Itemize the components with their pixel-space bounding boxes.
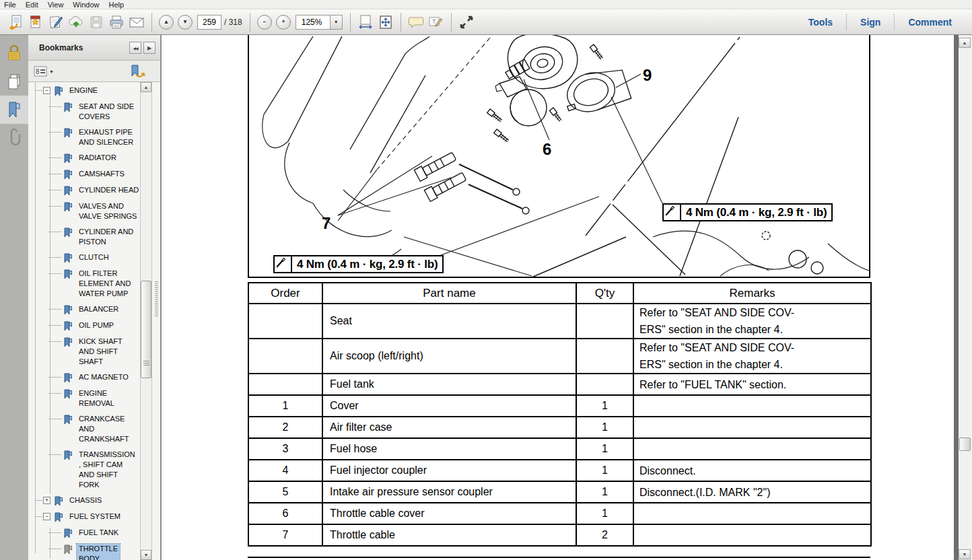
cell-part-name: Fuel hose	[322, 438, 576, 460]
create-pdf-button[interactable]	[26, 13, 45, 32]
bookmark-item-label[interactable]: KICK SHAFT AND SHIFT SHAFT	[77, 337, 125, 367]
toolbar-right-actions: ToolsSignComment	[795, 9, 965, 35]
open-file-button[interactable]	[6, 13, 25, 32]
bookmarks-panel-button[interactable]	[0, 96, 28, 124]
bookmark-item-label[interactable]: AC MAGNETO	[77, 372, 131, 382]
table-row: 6 Throttle cable cover 1	[248, 503, 871, 524]
page-thumbnails-button[interactable]	[0, 67, 28, 96]
page-number-input[interactable]	[197, 15, 221, 30]
save-button[interactable]	[87, 13, 106, 32]
cell-part-name: Air filter case	[322, 417, 576, 438]
sticky-note-button[interactable]	[407, 13, 425, 32]
fullscreen-button[interactable]	[457, 13, 476, 32]
print-button[interactable]	[107, 13, 126, 32]
bookmark-item-label[interactable]: CYLINDER AND PISTON	[77, 227, 135, 247]
bookmark-ribbon-icon	[54, 512, 63, 522]
bookmark-item-label[interactable]: OIL FILTER ELEMENT AND WATER PUMP	[77, 269, 133, 299]
next-row-border	[248, 557, 870, 558]
menu-item[interactable]: Window	[73, 1, 99, 9]
document-scrollbar[interactable]: ▲ ▼	[959, 35, 972, 560]
next-page-button[interactable]: ▼	[178, 15, 193, 30]
upload-cloud-button[interactable]	[67, 13, 85, 32]
table-row: 2 Air filter case 1	[248, 417, 871, 438]
prev-page-icon: ▲	[164, 19, 169, 25]
scrollbar-thumb[interactable]	[959, 438, 971, 451]
text-markup-button[interactable]: T	[427, 13, 446, 32]
bookmark-item-label[interactable]: OIL PUMP	[77, 320, 116, 330]
toolbar-action-button[interactable]: Tools	[795, 14, 846, 30]
toolbar-action-button[interactable]: Sign	[846, 14, 894, 30]
bookmark-item-label[interactable]: ENGINE REMOVAL	[77, 388, 116, 409]
bookmark-item-label[interactable]: TRANSMISSION , SHIFT CAM AND SHIFT FORK	[77, 450, 137, 490]
cell-qty: 1	[576, 481, 633, 503]
menu-item[interactable]: Help	[108, 1, 124, 9]
svg-text:T: T	[432, 18, 436, 25]
protection-lock-button[interactable]	[0, 39, 28, 67]
panel-expand-icon[interactable]: ▶	[143, 42, 155, 54]
go-to-current-bookmark-button[interactable]	[129, 64, 145, 81]
create-pdf-icon	[28, 14, 44, 30]
torque-wrench-icon	[275, 256, 292, 272]
bookmark-item-label[interactable]: CYLINDER HEAD	[77, 185, 141, 195]
cell-qty: 1	[576, 438, 633, 460]
bookmark-ribbon-icon	[63, 252, 73, 263]
menu-item[interactable]: File	[4, 1, 16, 9]
sign-document-button[interactable]	[46, 13, 65, 32]
cell-qty	[576, 374, 633, 395]
toolbar-action-button[interactable]: Comment	[894, 14, 965, 30]
bookmark-item-label[interactable]: CRANKCASE AND CRANKSHAFT	[77, 414, 131, 444]
scroll-down-icon[interactable]: ▼	[959, 549, 971, 559]
cell-qty	[576, 339, 633, 374]
attachments-button[interactable]	[0, 124, 28, 152]
bookmark-item-label[interactable]: BALANCER	[77, 304, 120, 314]
fit-width-button[interactable]	[356, 13, 375, 32]
scroll-down-icon[interactable]: ▼	[141, 550, 151, 560]
bookmark-item-label[interactable]: SEAT AND SIDE COVERS	[77, 102, 136, 122]
expand-toggle[interactable]: +	[43, 497, 50, 504]
bookmark-item-label[interactable]: FUEL SYSTEM	[67, 512, 123, 522]
bookmark-item-label[interactable]: ENGINE	[67, 85, 100, 96]
toolbar: ▲ ▼ / 318 − + 125% ▼ T ToolsSignComme	[0, 9, 972, 35]
expand-toggle[interactable]: −	[43, 87, 50, 94]
previous-page-button[interactable]: ▲	[159, 15, 174, 30]
scroll-up-icon[interactable]: ▲	[141, 82, 151, 92]
scrollbar-thumb[interactable]	[141, 281, 151, 378]
bookmark-ribbon-icon	[63, 414, 73, 425]
scroll-up-icon[interactable]: ▲	[959, 38, 971, 48]
menu-item[interactable]: Edit	[26, 1, 38, 9]
bookmark-ribbon-icon	[63, 450, 73, 460]
email-button[interactable]	[127, 13, 146, 32]
fit-page-icon	[378, 14, 394, 30]
bookmark-ribbon-icon	[63, 169, 73, 180]
navigation-rail	[0, 35, 28, 560]
cell-qty: 2	[576, 524, 633, 546]
bookmark-item-label[interactable]: VALVES AND VALVE SPRINGS	[77, 201, 139, 221]
cell-part-name: Cover	[322, 395, 576, 417]
panel-collapse-icon[interactable]: ◀◀	[129, 42, 141, 54]
bookmark-item-label[interactable]: EXHAUST PIPE AND SILENCER	[77, 127, 135, 147]
bookmark-ribbon-icon	[63, 304, 73, 315]
bookmark-item-label[interactable]: THROTTLE BODY	[77, 544, 120, 560]
panel-resize-grip[interactable]	[155, 281, 158, 316]
zoom-in-button[interactable]: +	[276, 15, 291, 30]
bookmarks-scrollbar[interactable]: ▲ ▼	[140, 82, 152, 560]
part-label-7: 7	[322, 214, 331, 232]
fit-page-button[interactable]	[376, 13, 395, 32]
zoom-dropdown-icon[interactable]: ▼	[331, 15, 343, 30]
cell-order: 7	[248, 524, 322, 546]
cell-part-name: Air scoop (left/right)	[322, 339, 576, 374]
bookmark-item-label[interactable]: RADIATOR	[77, 153, 118, 163]
zoom-level-select[interactable]: 125% ▼	[296, 15, 343, 30]
bookmark-options-button[interactable]: 8 ▼	[34, 65, 54, 77]
svg-text:8: 8	[36, 68, 40, 75]
bookmark-item-label[interactable]: CLUTCH	[77, 252, 111, 262]
bookmark-item-label[interactable]: CAMSHAFTS	[77, 169, 127, 179]
toolbar-separator	[151, 13, 152, 32]
cell-qty: 1	[576, 395, 633, 417]
bookmark-item-label[interactable]: CHASSIS	[67, 495, 104, 505]
menu-item[interactable]: View	[48, 1, 64, 9]
expand-toggle[interactable]: −	[43, 513, 50, 520]
table-row: Fuel tank Refer to "FUEL TANK" section.	[248, 374, 871, 395]
zoom-out-button[interactable]: −	[257, 15, 272, 30]
bookmark-item-label[interactable]: FUEL TANK	[77, 528, 120, 538]
